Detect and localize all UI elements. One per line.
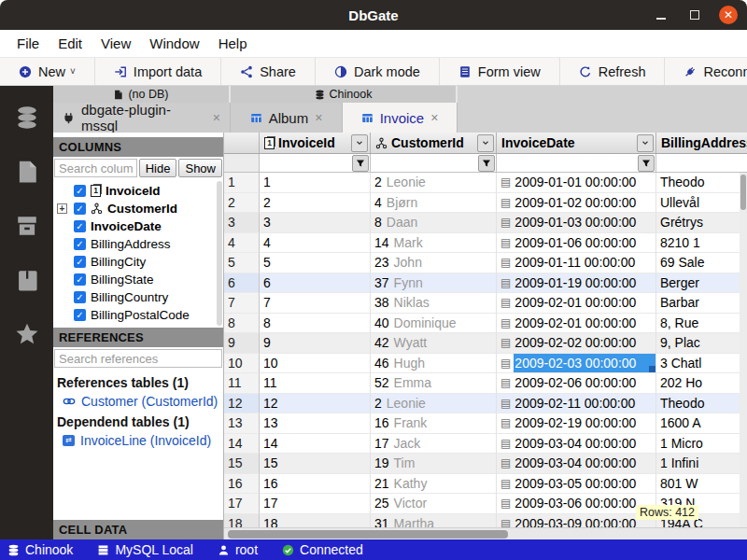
- cell-invoicedate[interactable]: ▤2009-02-01 00:00:00: [497, 293, 656, 314]
- cell-invoicedate[interactable]: ▤2009-02-19 00:00:00: [497, 413, 656, 434]
- cell-invoiceid[interactable]: 1: [260, 173, 371, 193]
- horizontal-scrollbar[interactable]: [224, 527, 747, 539]
- cell-billingaddress[interactable]: Ullevål: [656, 193, 747, 214]
- cell-data-panel-header[interactable]: CELL DATA: [53, 520, 223, 539]
- checkbox[interactable]: ✓: [74, 203, 86, 215]
- cell-customerid[interactable]: 23John: [371, 253, 497, 273]
- cell-billingaddress[interactable]: 1600 A: [656, 413, 747, 434]
- row-number[interactable]: 8: [224, 314, 260, 334]
- cell-customerid[interactable]: 52Emma: [371, 373, 497, 394]
- row-number[interactable]: 4: [224, 233, 260, 254]
- menu-item-view[interactable]: View: [92, 32, 140, 55]
- checkbox[interactable]: ✓: [74, 273, 86, 286]
- cell-invoicedate[interactable]: ▤2009-01-06 00:00:00: [497, 233, 656, 254]
- cell-invoiceid[interactable]: 13: [260, 413, 371, 434]
- activity-bar-item-file[interactable]: [14, 159, 40, 185]
- cell-billingaddress[interactable]: Theodo: [656, 394, 747, 414]
- tab-close-icon[interactable]: ×: [315, 110, 322, 125]
- column-checkbox-item[interactable]: ✓BillingCountry: [53, 288, 223, 306]
- chevron-down-icon[interactable]: [351, 134, 368, 152]
- row-number[interactable]: 1: [224, 173, 260, 193]
- reference-link[interactable]: ⇄InvoiceLine (InvoiceId): [63, 433, 219, 448]
- columns-panel-header[interactable]: COLUMNS: [53, 137, 223, 157]
- tab-invoice[interactable]: Invoice×: [343, 103, 458, 133]
- cell-invoiceid[interactable]: 14: [260, 434, 371, 455]
- column-checkbox-item[interactable]: ✓1InvoiceId: [53, 182, 223, 200]
- cell-invoicedate[interactable]: ▤2009-01-19 00:00:00: [497, 273, 656, 294]
- cell-invoiceid[interactable]: 6: [260, 273, 371, 294]
- cell-customerid[interactable]: 14Mark: [371, 233, 497, 254]
- chevron-down-icon[interactable]: [477, 134, 494, 152]
- column-checkbox-item[interactable]: ✓BillingState: [53, 271, 223, 288]
- cell-invoiceid[interactable]: 12: [260, 394, 371, 414]
- cell-billingaddress[interactable]: 1 Infini: [656, 454, 747, 474]
- row-number[interactable]: 2: [224, 193, 260, 214]
- cell-invoicedate[interactable]: ▤2009-01-03 00:00:00: [497, 213, 656, 233]
- cell-customerid[interactable]: 40Dominique: [371, 314, 497, 334]
- row-number[interactable]: 17: [224, 494, 260, 514]
- cell-invoiceid[interactable]: 7: [260, 293, 371, 314]
- cell-invoiceid[interactable]: 10: [260, 354, 371, 374]
- cell-billingaddress[interactable]: 8, Rue: [656, 314, 747, 334]
- activity-bar-item-archive[interactable]: [14, 213, 40, 239]
- tab-group-chinook[interactable]: Chinook: [231, 86, 458, 103]
- cell-billingaddress[interactable]: 801 W: [656, 474, 747, 495]
- funnel-icon[interactable]: [478, 155, 495, 172]
- cell-invoicedate[interactable]: ▤2009-01-02 00:00:00: [497, 193, 656, 214]
- cell-invoicedate[interactable]: ▤2009-03-06 00:00:00: [497, 494, 656, 514]
- cell-invoicedate[interactable]: ▤2009-01-11 00:00:00: [497, 253, 656, 273]
- cell-billingaddress[interactable]: 1 Micro: [656, 434, 747, 455]
- column-checkbox-item[interactable]: +✓CustomerId: [53, 200, 223, 217]
- status-item-chinook[interactable]: Chinook: [7, 542, 73, 557]
- row-number[interactable]: 10: [224, 354, 260, 374]
- cell-customerid[interactable]: 2Leonie: [371, 394, 497, 414]
- horizontal-scrollbar-thumb[interactable]: [228, 530, 508, 539]
- search-columns-input[interactable]: [54, 159, 137, 177]
- cell-customerid[interactable]: 17Jack: [371, 434, 497, 455]
- checkbox[interactable]: ✓: [74, 291, 86, 303]
- cell-billingaddress[interactable]: Barbar: [656, 293, 747, 314]
- cell-invoicedate[interactable]: ▤2009-01-01 00:00:00: [497, 173, 656, 193]
- cell-invoiceid[interactable]: 17: [260, 494, 371, 514]
- row-number[interactable]: 16: [224, 474, 260, 495]
- checkbox[interactable]: ✓: [74, 185, 86, 197]
- tab-album[interactable]: Album×: [231, 103, 343, 133]
- checkbox[interactable]: ✓: [74, 238, 86, 250]
- cell-invoicedate[interactable]: ▤2009-03-04 00:00:00: [497, 434, 656, 455]
- row-number[interactable]: 5: [224, 253, 260, 273]
- cell-customerid[interactable]: 25Victor: [371, 494, 497, 514]
- status-item-connected[interactable]: Connected: [282, 542, 363, 557]
- column-header-billingaddress[interactable]: BillingAddress: [656, 133, 747, 153]
- selection-drag-handle[interactable]: [649, 366, 655, 372]
- cell-invoiceid[interactable]: 3: [260, 213, 371, 233]
- cell-customerid[interactable]: 19Tim: [371, 454, 497, 474]
- row-number[interactable]: 7: [224, 293, 260, 314]
- cell-invoicedate[interactable]: ▤2009-02-11 00:00:00: [497, 394, 656, 414]
- show-button[interactable]: Show: [178, 159, 222, 177]
- import-data-button[interactable]: Import data: [95, 58, 221, 85]
- menu-item-help[interactable]: Help: [209, 32, 257, 55]
- row-number[interactable]: 13: [224, 413, 260, 434]
- cell-customerid[interactable]: 21Kathy: [371, 474, 497, 495]
- new-button[interactable]: New˅: [0, 58, 95, 85]
- expander-icon[interactable]: +: [57, 203, 67, 214]
- cell-billingaddress[interactable]: 3 Chatl: [656, 354, 747, 374]
- tab-dbgate-plugin-mssql[interactable]: dbgate-plugin-mssql×: [53, 103, 231, 133]
- cell-invoiceid[interactable]: 2: [260, 193, 371, 214]
- tab-close-icon[interactable]: ×: [430, 110, 438, 125]
- column-checkbox-item[interactable]: ✓InvoiceDate: [53, 217, 223, 235]
- cell-invoiceid[interactable]: 15: [260, 454, 371, 474]
- cell-billingaddress[interactable]: Grétrys: [656, 213, 747, 233]
- cell-invoicedate[interactable]: ▤2009-02-02 00:00:00: [497, 333, 656, 354]
- column-header-invoiceid[interactable]: 1InvoiceId: [260, 133, 371, 153]
- tab-close-icon[interactable]: ×: [213, 110, 220, 125]
- funnel-icon[interactable]: [638, 155, 655, 172]
- grid-corner-cell[interactable]: [224, 133, 260, 153]
- column-checkbox-item[interactable]: ✓BillingAddress: [53, 235, 223, 253]
- cell-invoiceid[interactable]: 9: [260, 333, 371, 354]
- row-number[interactable]: 14: [224, 434, 260, 455]
- vertical-scrollbar[interactable]: [740, 173, 747, 527]
- cell-customerid[interactable]: 42Wyatt: [371, 333, 497, 354]
- column-header-invoicedate[interactable]: InvoiceDate: [497, 133, 656, 153]
- cell-invoiceid[interactable]: 5: [260, 253, 371, 273]
